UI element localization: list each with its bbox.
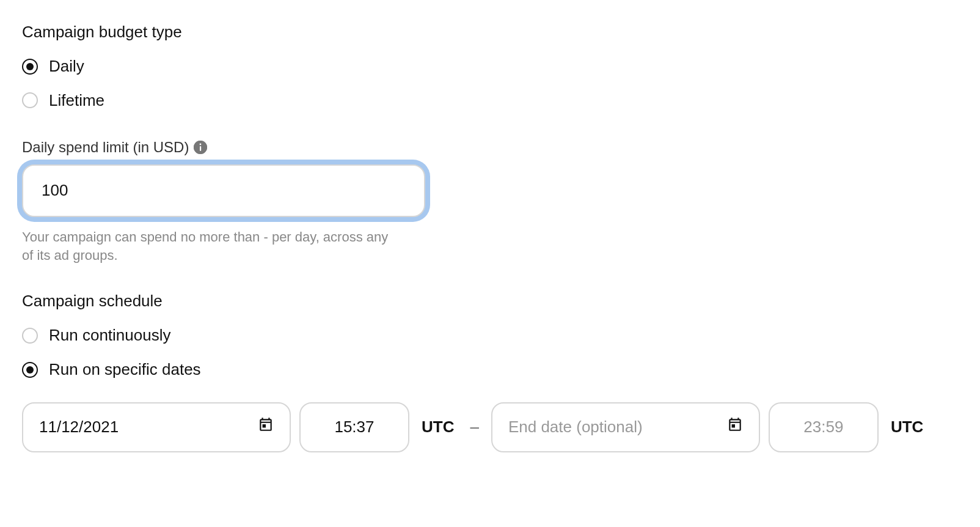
schedule-specific-radio[interactable]: Run on specific dates — [22, 359, 958, 380]
radio-label: Run continuously — [49, 325, 170, 346]
radio-label: Run on specific dates — [49, 359, 201, 380]
radio-label: Lifetime — [49, 90, 104, 111]
spend-limit-input[interactable] — [22, 164, 425, 217]
budget-type-title: Campaign budget type — [22, 22, 958, 43]
schedule-radio-group: Run continuously Run on specific dates — [22, 325, 958, 380]
start-date-value: 11/12/2021 — [39, 417, 119, 438]
radio-icon — [22, 362, 38, 378]
schedule-title: Campaign schedule — [22, 291, 958, 312]
end-date-input[interactable]: End date (optional) — [491, 402, 760, 452]
svg-rect-1 — [200, 146, 201, 151]
budget-type-radio-group: Daily Lifetime — [22, 56, 958, 111]
end-date-placeholder: End date (optional) — [508, 417, 643, 438]
radio-icon — [22, 328, 38, 344]
info-icon-svg — [194, 141, 207, 154]
radio-icon — [22, 92, 38, 108]
budget-type-lifetime-radio[interactable]: Lifetime — [22, 90, 958, 111]
schedule-continuous-radio[interactable]: Run continuously — [22, 325, 958, 346]
start-time-input[interactable]: 15:37 — [299, 402, 409, 452]
spend-limit-helper-text: Your campaign can spend no more than - p… — [22, 228, 401, 266]
info-icon[interactable] — [194, 141, 207, 154]
end-time-input[interactable]: 23:59 — [769, 402, 879, 452]
radio-icon — [22, 59, 38, 75]
calendar-icon — [727, 416, 743, 438]
spend-limit-label: Daily spend limit (in USD) — [22, 138, 189, 157]
range-dash: – — [470, 417, 478, 438]
radio-label: Daily — [49, 56, 84, 77]
schedule-datetime-row: 11/12/2021 15:37 UTC – End date (optiona… — [22, 402, 958, 452]
start-tz-label: UTC — [422, 417, 454, 438]
svg-point-2 — [200, 144, 202, 146]
start-time-value: 15:37 — [334, 417, 374, 438]
calendar-icon — [258, 416, 274, 438]
end-time-placeholder: 23:59 — [803, 417, 843, 438]
end-tz-label: UTC — [891, 417, 923, 438]
spend-limit-label-row: Daily spend limit (in USD) — [22, 138, 958, 157]
start-date-input[interactable]: 11/12/2021 — [22, 402, 291, 452]
budget-type-daily-radio[interactable]: Daily — [22, 56, 958, 77]
